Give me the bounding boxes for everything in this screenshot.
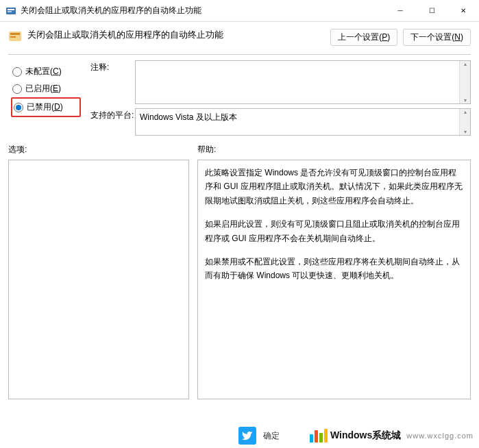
titlebar: 关闭会阻止或取消关机的应用程序的自动终止功能 ─ ☐ ✕: [0, 0, 479, 22]
brand-logo: Windows系统城: [310, 429, 401, 443]
lower-panels: 此策略设置指定 Windows 是否允许没有可见顶级窗口的控制台应用程序和 GU…: [0, 155, 479, 399]
radio-dot-icon: [14, 103, 23, 112]
platform-scrollbar[interactable]: ▴▾: [459, 109, 470, 135]
comment-label: 注释:: [90, 60, 135, 73]
minimize-button[interactable]: ─: [384, 0, 416, 21]
close-button[interactable]: ✕: [447, 0, 479, 21]
policy-icon: [8, 30, 22, 44]
comment-input[interactable]: [136, 61, 459, 103]
radio-dot-icon: [12, 84, 22, 94]
radio-label: 未配置(C): [25, 66, 62, 77]
window-title: 关闭会阻止或取消关机的应用程序的自动终止功能: [21, 5, 384, 16]
fields: 注释: ▴▾ 支持的平台: Windows Vista 及以上版本 ▴▾: [90, 60, 471, 136]
comment-field[interactable]: ▴▾: [135, 60, 471, 104]
scroll-down-icon[interactable]: ▾: [464, 97, 467, 103]
twitter-icon: [238, 427, 256, 445]
config-area: 未配置(C) 已启用(E) 已禁用(D) 注释: ▴▾ 支持的平台: Windo…: [0, 60, 479, 136]
app-icon: [5, 5, 16, 16]
maximize-button[interactable]: ☐: [416, 0, 447, 21]
comment-scrollbar[interactable]: ▴▾: [459, 61, 470, 103]
footer-watermark: 确定 Windows系统城 www.wxclgg.com: [0, 423, 479, 448]
panel-labels: 选项: 帮助:: [0, 144, 479, 155]
ok-button[interactable]: 确定: [263, 430, 280, 442]
radio-label: 已禁用(D): [27, 101, 63, 113]
platform-value: Windows Vista 及以上版本: [136, 109, 459, 135]
brand-url: www.wxclgg.com: [406, 432, 474, 440]
help-text: 如果启用此设置，则没有可见顶级窗口且阻止或取消关机的控制台应用程序或 GUI 应…: [205, 217, 463, 245]
help-panel: 此策略设置指定 Windows 是否允许没有可见顶级窗口的控制台应用程序和 GU…: [197, 160, 471, 399]
svg-rect-2: [8, 11, 12, 12]
scroll-up-icon[interactable]: ▴: [464, 61, 467, 67]
header: 关闭会阻止或取消关机的应用程序的自动终止功能 上一个设置(P) 下一个设置(N): [0, 22, 479, 51]
radio-disabled[interactable]: 已禁用(D): [11, 97, 81, 117]
radio-group: 未配置(C) 已启用(E) 已禁用(D): [12, 60, 77, 136]
next-setting-button[interactable]: 下一个设置(N): [403, 29, 471, 46]
radio-label: 已启用(E): [25, 83, 61, 95]
radio-not-configured[interactable]: 未配置(C): [12, 66, 77, 77]
window-controls: ─ ☐ ✕: [384, 0, 479, 21]
brand-name: Windows系统城: [330, 430, 401, 442]
help-text: 此策略设置指定 Windows 是否允许没有可见顶级窗口的控制台应用程序和 GU…: [205, 166, 463, 208]
divider: [8, 54, 471, 55]
svg-rect-1: [8, 9, 14, 10]
prev-setting-button[interactable]: 上一个设置(P): [330, 29, 397, 46]
svg-rect-4: [10, 33, 20, 35]
radio-dot-icon: [12, 67, 22, 77]
svg-rect-5: [10, 36, 16, 38]
scroll-down-icon[interactable]: ▾: [464, 129, 467, 135]
scroll-up-icon[interactable]: ▴: [464, 109, 467, 115]
nav-buttons: 上一个设置(P) 下一个设置(N): [330, 29, 471, 46]
help-text: 如果禁用或不配置此设置，则这些应用程序将在关机期间自动终止，从而有助于确保 Wi…: [205, 255, 463, 283]
radio-enabled[interactable]: 已启用(E): [12, 83, 77, 95]
platform-field: Windows Vista 及以上版本 ▴▾: [135, 108, 471, 136]
brand-bars-icon: [310, 429, 328, 443]
platform-label: 支持的平台:: [90, 108, 135, 121]
policy-title: 关闭会阻止或取消关机的应用程序的自动终止功能: [27, 29, 330, 41]
options-panel: [8, 160, 189, 399]
options-label: 选项:: [8, 144, 189, 155]
help-label: 帮助:: [197, 144, 216, 155]
